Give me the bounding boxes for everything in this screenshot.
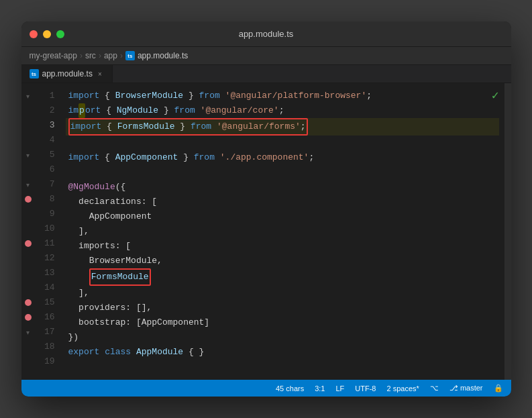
window-title: app.module.ts <box>239 29 294 39</box>
maximize-button[interactable] <box>56 30 64 38</box>
code-line-9: AppComponent <box>66 209 499 224</box>
highlight-box-line3: import { FormsModule } from '@angular/fo… <box>68 118 308 136</box>
gutter-9 <box>21 207 35 221</box>
gutter-14 <box>21 280 35 295</box>
gutter-icons: ▾ ▾ ▾ <box>21 83 35 380</box>
code-line-10: ], <box>66 224 499 239</box>
line-num-3: 3 <box>35 118 63 133</box>
code-line-18: export class AppModule { } <box>66 345 499 360</box>
code-line-12: BrowserModule, <box>66 254 499 268</box>
debug-dot-15[interactable] <box>25 299 32 306</box>
line-num-7: 7 <box>35 177 63 192</box>
code-line-5: import { AppComponent } from './app.comp… <box>66 150 499 165</box>
code-line-15: providers: [], <box>66 301 499 315</box>
line-num-9: 9 <box>35 207 63 221</box>
line-num-19: 19 <box>35 354 63 369</box>
typescript-icon: ts <box>125 51 135 60</box>
code-line-6 <box>66 165 499 180</box>
line-num-8: 8 <box>35 192 63 207</box>
fold-icon-1: ▾ <box>26 93 30 100</box>
line-num-4: 4 <box>35 133 63 148</box>
line-num-13: 13 <box>35 266 63 280</box>
gutter-12 <box>21 251 35 266</box>
line-num-2: 2 <box>35 103 63 118</box>
gutter-15 <box>21 295 35 310</box>
statusbar-indent: 2 spaces* <box>387 384 419 393</box>
statusbar-chars: 45 chars <box>276 384 304 393</box>
gutter-19 <box>21 354 35 369</box>
minimize-button[interactable] <box>43 30 51 38</box>
code-line-7: @NgModule({ <box>66 180 499 195</box>
code-line-14: ], <box>66 286 499 301</box>
line-num-18: 18 <box>35 339 63 354</box>
fold-icon-7: ▾ <box>26 181 30 189</box>
breadcrumb-item-project[interactable]: my-great-app <box>30 51 77 60</box>
statusbar-line-ending: LF <box>335 384 344 393</box>
line-numbers: 1 2 3 4 5 6 7 8 9 10 11 12 13 14 15 16 1… <box>35 83 63 380</box>
statusbar-branch: ⎇ master <box>449 384 483 393</box>
gutter-4 <box>21 133 35 148</box>
debug-dot-11[interactable] <box>25 240 32 247</box>
code-line-1: import { BrowserModule } from '@angular/… <box>66 89 499 103</box>
line-num-10: 10 <box>35 221 63 236</box>
statusbar-position: 3:1 <box>315 384 325 393</box>
gutter-17: ▾ <box>21 325 35 339</box>
code-line-2: import { NgModule } from '@angular/core'… <box>66 103 499 118</box>
line-num-17: 17 <box>35 325 63 339</box>
close-button[interactable] <box>30 30 38 38</box>
gutter-3 <box>21 118 35 133</box>
scrollbar[interactable] <box>504 83 511 380</box>
tabs-bar: ts app.module.ts × <box>21 65 511 83</box>
debug-dot-8[interactable] <box>25 196 32 203</box>
debug-dot-16[interactable] <box>25 314 32 321</box>
code-line-13: FormsModule <box>66 268 499 286</box>
breadcrumb-item-src[interactable]: src <box>85 51 96 60</box>
statusbar-git-icon: ⌥ <box>430 384 439 393</box>
line-num-1: 1 <box>35 89 63 103</box>
gutter-2 <box>21 103 35 118</box>
statusbar: 45 chars 3:1 LF UTF-8 2 spaces* ⌥ ⎇ mast… <box>21 380 511 397</box>
breadcrumb-item-file[interactable]: ts app.module.ts <box>125 51 188 60</box>
code-line-4 <box>66 136 499 150</box>
window-controls <box>30 30 64 38</box>
code-line-16: bootstrap: [AppComponent] <box>66 315 499 330</box>
editor-body: ▾ ▾ ▾ <box>21 83 511 380</box>
tab-app-module[interactable]: ts app.module.ts × <box>21 65 113 83</box>
line-num-12: 12 <box>35 251 63 266</box>
git-branch-icon: ⎇ <box>449 384 458 392</box>
tab-close-button[interactable]: × <box>96 70 104 79</box>
gutter-8 <box>21 192 35 207</box>
line-num-15: 15 <box>35 295 63 310</box>
code-line-17: }) <box>66 330 499 345</box>
line-num-16: 16 <box>35 310 63 325</box>
statusbar-encoding: UTF-8 <box>355 384 376 393</box>
gutter-5: ▾ <box>21 148 35 162</box>
line-num-14: 14 <box>35 280 63 295</box>
gutter-6 <box>21 162 35 177</box>
highlight-box-line13: FormsModule <box>89 268 151 286</box>
check-mark-icon: ✓ <box>492 89 499 103</box>
titlebar: app.module.ts <box>21 21 511 47</box>
line-num-6: 6 <box>35 162 63 177</box>
editor-window: app.module.ts my-great-app › src › app ›… <box>21 21 511 397</box>
code-line-11: imports: [ <box>66 239 499 254</box>
gutter-1: ▾ <box>21 89 35 103</box>
code-line-19 <box>66 360 499 374</box>
breadcrumb-item-app[interactable]: app <box>104 51 117 60</box>
tab-ts-icon: ts <box>30 69 39 79</box>
code-line-3: import { FormsModule } from '@angular/fo… <box>66 118 499 136</box>
statusbar-right: 45 chars 3:1 LF UTF-8 2 spaces* ⌥ ⎇ mast… <box>276 384 503 393</box>
gutter-13 <box>21 266 35 280</box>
gutter-11 <box>21 236 35 251</box>
breadcrumb: my-great-app › src › app › ts app.module… <box>21 47 511 65</box>
tab-label: app.module.ts <box>42 69 93 79</box>
fold-icon-5: ▾ <box>26 152 30 159</box>
gutter-16 <box>21 310 35 325</box>
statusbar-lock-icon: 🔒 <box>494 384 503 393</box>
line-num-5: 5 <box>35 148 63 162</box>
fold-icon-17: ▾ <box>26 329 30 336</box>
code-line-8: declarations: [ <box>66 195 499 209</box>
code-editor[interactable]: import { BrowserModule } from '@angular/… <box>63 83 504 380</box>
gutter-7: ▾ <box>21 177 35 192</box>
gutter-18 <box>21 339 35 354</box>
